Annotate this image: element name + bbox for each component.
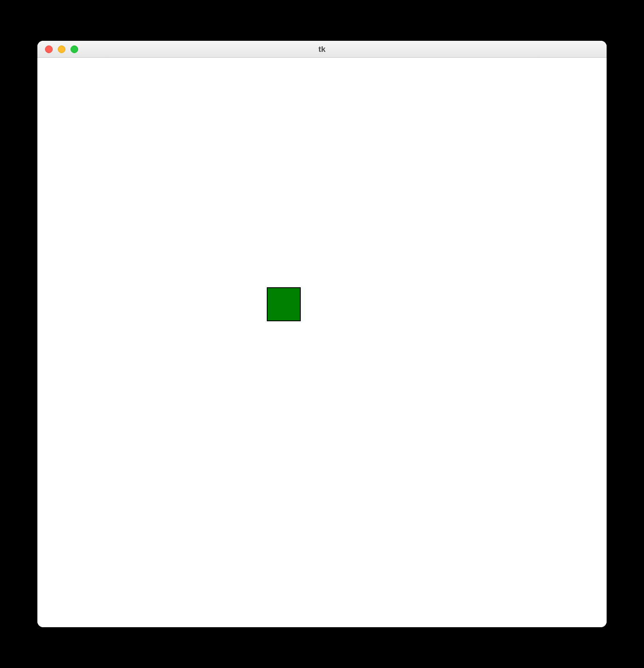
green-square — [267, 287, 301, 321]
window-title: tk — [37, 45, 607, 54]
minimize-icon[interactable] — [58, 45, 65, 53]
app-window: tk — [37, 41, 607, 627]
close-icon[interactable] — [45, 45, 53, 53]
traffic-lights — [37, 45, 78, 53]
canvas-area[interactable] — [37, 58, 607, 627]
maximize-icon[interactable] — [71, 45, 78, 53]
titlebar: tk — [37, 41, 607, 58]
